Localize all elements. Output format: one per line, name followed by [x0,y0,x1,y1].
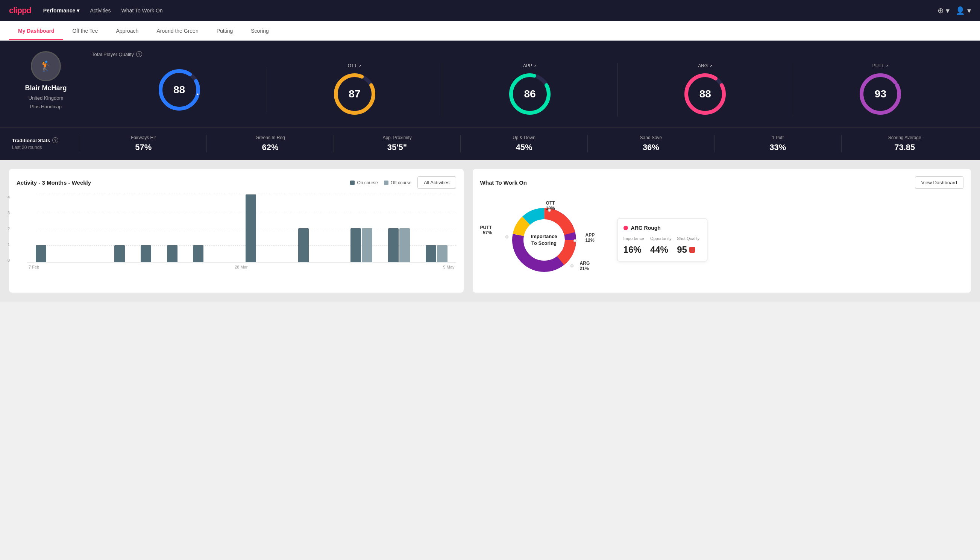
donut-ott: 87 [332,72,377,117]
tab-approach[interactable]: Approach [107,21,147,40]
bar-on-course [388,228,399,262]
nav-what-to-work-on[interactable]: What To Work On [121,8,163,13]
metric-label-opportunity: Opportunity [650,236,674,241]
shot-quality-badge: ↓ [689,247,695,253]
bar-group [246,195,256,262]
circles-row: 88 OTT ↗ 87 [92,63,968,117]
metric-value-shotquality: 95 ↓ [677,245,700,255]
bar-off-course [437,245,448,262]
bar-on-course [193,245,203,262]
metric-value-importance: 16% [624,245,647,255]
y-axis-labels: 4 3 2 1 0 [8,195,10,263]
arg-label: ARG ↗ [698,63,712,68]
circle-putt: PUTT ↗ 93 [793,63,968,117]
player-country: United Kingdom [28,95,63,101]
tab-scoring[interactable]: Scoring [242,21,278,40]
detail-metrics-header: Importance Opportunity Shot Quality [624,236,701,241]
legend-on-course: On course [350,180,378,185]
putt-label: PUTT ↗ [872,63,888,68]
putt-arrow-icon: ↗ [885,64,888,68]
nav-performance[interactable]: Performance ▾ [43,8,80,13]
trad-stats-title: Traditional Stats ? [12,137,80,143]
top-nav: clippd Performance ▾ Activities What To … [0,0,980,21]
trad-help-icon[interactable]: ? [52,137,58,143]
bar-on-course [141,245,151,262]
nav-right: ⊕ ▾ 👤 ▾ [937,6,971,15]
tab-putting[interactable]: Putting [208,21,242,40]
quality-section: Total Player Quality ? 88 [92,51,968,117]
bar-chart-wrap: 4 3 2 1 0 7 Feb 28 Mar [17,195,456,269]
user-menu-button[interactable]: 👤 ▾ [955,6,971,15]
traditional-stats: Traditional Stats ? Last 20 rounds Fairw… [0,127,980,160]
bar-group [114,245,125,262]
all-activities-button[interactable]: All Activities [418,177,456,189]
arg-arrow-icon: ↗ [709,64,712,68]
nav-links: Performance ▾ Activities What To Work On [43,8,925,13]
chart-legend: On course Off course [350,180,411,185]
detail-card-title: ARG Rough [624,225,701,231]
bar-group [36,245,46,262]
app-label: APP ↗ [523,63,537,68]
stat-1putt: 1 Putt 33% [714,135,841,152]
metric-value-opportunity: 44% [650,245,674,255]
wtwo-content: ImportanceTo Scoring PUTT 57% OTT 10% AP… [480,195,963,285]
donut-overall: 88 [157,67,202,112]
activity-panel-title: Activity - 3 Months - Weekly [17,179,91,186]
tab-my-dashboard[interactable]: My Dashboard [9,21,63,40]
circle-overall: 88 [92,67,267,112]
ott-indicator-dot [548,209,551,212]
activity-panel: Activity - 3 Months - Weekly On course O… [9,169,464,293]
bar-chart-inner [27,195,456,263]
chart-area [27,195,456,263]
help-icon[interactable]: ? [136,51,142,57]
tab-around-the-green[interactable]: Around the Green [147,21,207,40]
wtwo-donut-wrap: ImportanceTo Scoring PUTT 57% OTT 10% AP… [480,195,608,285]
tab-off-the-tee[interactable]: Off the Tee [63,21,107,40]
stat-gir: Greens In Reg 62% [206,135,333,152]
activity-panel-header: Activity - 3 Months - Weekly On course O… [17,177,456,189]
putt-donut-label: PUTT 57% [480,225,492,235]
bar-on-course [298,228,309,262]
metric-label-importance: Importance [624,236,647,241]
legend-off-course-dot [384,180,388,185]
donut-arg: 88 [682,72,728,117]
circle-app: APP ↗ 86 [442,63,617,117]
player-info: 🏌️ Blair McHarg United Kingdom Plus Hand… [12,51,80,110]
trad-stats-subtitle: Last 20 rounds [12,145,80,150]
bar-group [298,228,309,262]
detail-metrics-values: 16% 44% 95 ↓ [624,245,701,255]
donut-app: 86 [507,72,552,117]
view-dashboard-button[interactable]: View Dashboard [915,177,963,189]
bar-group [193,245,203,262]
quality-label: Total Player Quality ? [92,51,968,57]
arg-donut-label: ARG 21% [580,261,590,271]
nav-activities[interactable]: Activities [90,8,111,13]
hero-top: 🏌️ Blair McHarg United Kingdom Plus Hand… [12,51,968,117]
arg-indicator-dot [571,264,574,267]
add-button[interactable]: ⊕ ▾ [937,6,950,15]
stat-fairways: Fairways Hit 57% [80,135,206,152]
donut-putt: 93 [858,72,903,117]
bar-on-course [351,228,361,262]
stat-sandsave: Sand Save 36% [587,135,714,152]
legend-off-course: Off course [384,180,411,185]
circle-arg: ARG ↗ 88 [618,63,793,117]
legend-on-course-dot [350,180,354,185]
ott-arrow-icon: ↗ [358,64,361,68]
detail-card: ARG Rough Importance Opportunity Shot Qu… [617,218,707,262]
bar-on-course [167,245,178,262]
stat-proximity: App. Proximity 35'5" [334,135,460,152]
bar-on-course [426,245,436,262]
wtwo-panel-title: What To Work On [480,179,527,186]
activity-panel-controls: On course Off course All Activities [350,177,456,189]
app-indicator-dot [574,239,576,242]
ott-label: OTT ↗ [348,63,361,68]
metric-label-shotquality: Shot Quality [677,236,700,241]
bottom-panels: Activity - 3 Months - Weekly On course O… [0,160,980,302]
stat-items: Fairways Hit 57% Greens In Reg 62% App. … [80,135,968,152]
bar-group [167,245,178,262]
trad-stats-label: Traditional Stats ? Last 20 rounds [12,137,80,150]
circle-ott: OTT ↗ 87 [267,63,442,117]
what-to-work-on-panel: What To Work On View Dashboard Impo [473,169,971,293]
app-arrow-icon: ↗ [534,64,537,68]
